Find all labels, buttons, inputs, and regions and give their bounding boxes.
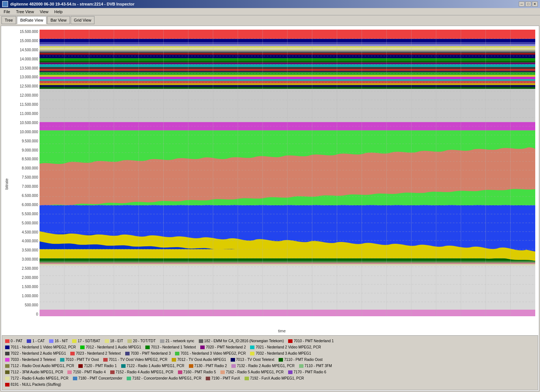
tab-tree[interactable]: Tree <box>1 16 16 24</box>
legend-item-7013b: 7013 - TV Oost Teletext <box>231 356 275 363</box>
title-bar: digitenne 482000 06-30 19-43-54.ts - str… <box>0 0 540 8</box>
legend-item-7172: 7172 - Radio 6 Audio MPEG1, PCR <box>5 375 68 381</box>
legend-color-7152 <box>110 370 115 374</box>
legend-color-7032 <box>250 352 254 355</box>
legend-color-7122 <box>121 364 126 368</box>
y-axis: 15.500.000 15.000.000 14.500.000 14.000.… <box>12 30 40 327</box>
legend-item-nit: 16 - NIT <box>49 338 68 344</box>
chart-area: bitrate 15.500.000 15.000.000 14.500.000… <box>1 26 539 327</box>
legend-color-7013b <box>231 358 235 362</box>
main-content: bitrate 15.500.000 15.000.000 14.500.000… <box>1 26 539 391</box>
legend-item-emm: 182 - EMM for CA_ID:2816 (Norwegian Tele… <box>199 338 284 344</box>
legend-row-3: 7022 - Nederland 2 Audio MPEG1 7023 - Ne… <box>5 350 535 356</box>
legend-item-pat: 0 - PAT <box>5 338 22 344</box>
legend-color-7130 <box>189 364 193 368</box>
legend-color-pat <box>5 339 10 343</box>
legend-color-7031 <box>175 352 179 355</box>
chart-overlay <box>40 30 535 316</box>
app-icon <box>2 1 8 7</box>
menu-help[interactable]: Help <box>52 9 65 14</box>
legend-row-7: 7172 - Radio 6 Audio MPEG1, PCR 7180 - P… <box>5 375 535 381</box>
legend-color-7160 <box>178 370 182 374</box>
legend-row-8: 8191 - NULL Packets (Stuffing) <box>5 381 535 388</box>
legend-item-7023: 7023 - Nederland 2 Teletext <box>70 350 121 356</box>
legend-item-7110b: 7110 - PMT 3FM <box>299 363 332 369</box>
legend-item-7180: 7180 - PMT Concertzender <box>73 375 122 381</box>
tab-bitrate-view[interactable]: BitRate View <box>17 16 46 24</box>
legend-item-7112b: 7112 - 3FM Audio MPEG1, PCR <box>5 369 63 375</box>
toolbar: Tree BitRate View Bar View Grid View <box>0 15 540 25</box>
legend-color-7112 <box>5 364 10 368</box>
legend-color-7112b <box>5 370 10 374</box>
legend-color-sdt <box>72 339 77 343</box>
legend-color-nit <box>49 339 53 343</box>
legend-color-7011b <box>103 358 108 362</box>
legend-row-2: 7011 - Nederland 1 Video MPEG2, PCR 7012… <box>5 344 535 350</box>
legend-item-7021: 7021 - Nederland 2 Video MPEG2, PCR <box>250 344 321 350</box>
legend-item-7011b: 7011 - TV Oost Video MPEG2, PCR <box>103 356 167 363</box>
legend-item-tot: 20 - TOT/TDT <box>127 338 156 344</box>
y-axis-label: bitrate <box>1 30 12 327</box>
legend-item-7011: 7011 - Nederland 1 Video MPEG2, PCR <box>5 344 76 350</box>
legend-color-7012b <box>172 358 176 362</box>
menu-file[interactable]: File <box>1 9 12 14</box>
legend-color-7180 <box>73 377 77 380</box>
legend-row-6: 7112 - 3FM Audio MPEG1, PCR 7150 - PMT R… <box>5 369 535 375</box>
legend-color-7012 <box>80 346 85 349</box>
legend-color-7030 <box>125 352 130 355</box>
tab-grid-view[interactable]: Grid View <box>71 16 94 24</box>
tab-bar-view[interactable]: Bar View <box>47 16 70 24</box>
x-axis-label: time <box>29 327 535 335</box>
legend-color-7110 <box>279 358 283 362</box>
legend-item-7013: 7013 - Nederland 1 Teletext <box>145 344 196 350</box>
legend-item-7132: 7132 - Radio 2 Audio MPEG1, PCR <box>231 363 295 369</box>
legend-color-7021 <box>250 346 254 349</box>
legend-item-7031: 7031 - Nederland 3 Video MPEG2, PCR <box>175 350 246 356</box>
title-bar-buttons: ─ □ ✕ <box>519 1 538 7</box>
legend-item-7030: 7030 - PMT Nederland 3 <box>125 350 171 356</box>
legend-item-sdt: 17 - SDT/BAT <box>72 338 100 344</box>
menu-view[interactable]: View <box>38 9 51 14</box>
legend-color-7192 <box>245 377 249 380</box>
legend-item-cat: 1 - CAT <box>27 338 45 344</box>
legend-color-7023 <box>70 352 75 355</box>
legend-item-7020: 7020 - PMT Nederland 2 <box>200 344 246 350</box>
legend-item-7160: 7160 - PMT Radio 5 <box>178 369 216 375</box>
legend-item-7152: 7152 - Radio 4 Audio MPEG1, PCR <box>110 369 174 375</box>
legend-color-7190 <box>206 377 210 380</box>
legend-color-7022 <box>5 352 10 355</box>
close-button[interactable]: ✕ <box>532 1 538 7</box>
legend-color-7013 <box>145 346 150 349</box>
legend-item-7182: 7182 - Concertzender Audio MPEG1, PCR <box>127 375 201 381</box>
legend-item-7012: 7012 - Nederland 1 Audio MPEG1 <box>80 344 141 350</box>
legend-item-7022: 7022 - Nederland 2 Audio MPEG1 <box>5 350 66 356</box>
legend-item-7130: 7130 - PMT Radio 2 <box>189 363 227 369</box>
maximize-button[interactable]: □ <box>525 1 531 7</box>
legend-color-7010b <box>60 358 64 362</box>
legend-item-7170: 7170 - PMT Radio 6 <box>288 369 326 375</box>
legend: 0 - PAT 1 - CAT 16 - NIT 17 - SDT/BAT 18… <box>2 335 538 390</box>
legend-item-7112: 7112 - Radio Oost Audio MPEG1, PCR <box>5 363 74 369</box>
window-title: digitenne 482000 06-30 19-43-54.ts - str… <box>10 2 134 6</box>
legend-item-pmt1: 7010 - PMT Nederland 1 <box>288 338 334 344</box>
legend-item-7150: 7150 - PMT Radio 4 <box>67 369 105 375</box>
legend-color-emm <box>199 339 203 343</box>
menu-treeview[interactable]: Tree View <box>14 9 36 14</box>
legend-item-7122: 7122 - Radio 1 Audio MPEG1, PCR <box>121 363 185 369</box>
legend-item-7120: 7120 - PMT Radio 1 <box>78 363 116 369</box>
legend-color-eit <box>105 339 109 343</box>
legend-item-7012b: 7012 - TV Oost Audio MPEG1 <box>172 356 226 363</box>
minimize-button[interactable]: ─ <box>519 1 525 7</box>
legend-color-7120 <box>78 364 83 368</box>
legend-color-7011 <box>5 346 10 349</box>
legend-row-4: 7033 - Nederland 3 Teletext 7010 - PMT T… <box>5 356 535 363</box>
chart-container <box>40 30 535 327</box>
legend-color-7162 <box>220 370 225 374</box>
legend-color-7132 <box>231 364 236 368</box>
legend-color-7170 <box>288 370 293 374</box>
legend-color-7172 <box>5 377 10 380</box>
legend-color-7020 <box>200 346 205 349</box>
legend-row-1: 0 - PAT 1 - CAT 16 - NIT 17 - SDT/BAT 18… <box>5 338 535 344</box>
legend-item-7192: 7192 - FunX Audio MPEG1, PCR <box>245 375 304 381</box>
legend-item-7032: 7032 - Nederland 3 Audio MPEG1 <box>250 350 311 356</box>
